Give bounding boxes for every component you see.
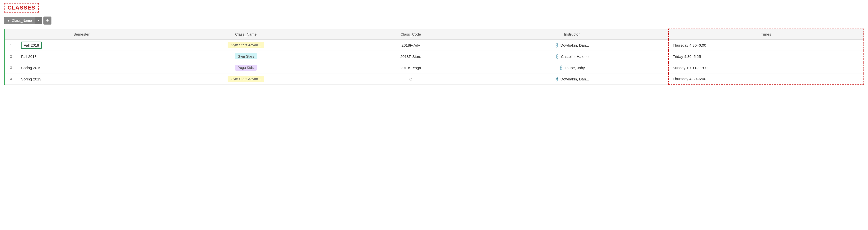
row-num: 4 [4,73,17,85]
class-name-badge: Yoga Kids [235,65,257,71]
filter-icon: ▼ [7,19,10,23]
class-code-cell: 2018F-Stars [346,51,475,62]
header-row: Semester Class_Name Class_Code Instructo… [4,29,864,40]
semester-cell[interactable]: Spring 2019 [17,73,146,85]
col-header-num [4,29,17,40]
filter-chip-label: ▼ Class_Name [4,17,35,24]
table-row[interactable]: 2 Fall 2018 Gym Stars 2018F-Stars 🔗 Cast… [4,51,864,62]
instructor-cell[interactable]: 🔗 Castello, Halette [475,51,668,62]
filter-chip[interactable]: ▼ Class_Name × [4,17,42,24]
times-cell: Thursday 4:30–6:00 [669,73,864,85]
class-name-cell[interactable]: Yoga Kids [146,62,346,73]
col-header-classname: Class_Name [146,29,346,40]
col-header-classcode: Class_Code [346,29,475,40]
semester-value: Fall 2018 [21,42,42,49]
times-cell: Thursday 4:30–6:00 [669,40,864,51]
class-code-cell: 2018F-Adv [346,40,475,51]
link-icon: 🔗 [554,76,560,82]
row-num: 3 [4,62,17,73]
table-row[interactable]: 1 Fall 2018 Gym Stars Advan... 2018F-Adv… [4,40,864,51]
instructor-name: Castello, Halette [561,54,588,59]
semester-value: Fall 2018 [21,54,37,59]
col-header-times: Times [669,29,864,40]
table-body: 1 Fall 2018 Gym Stars Advan... 2018F-Adv… [4,40,864,85]
page-container: CLASSES ▼ Class_Name × + Semester Class_… [0,0,868,230]
classes-table: Semester Class_Name Class_Code Instructo… [4,29,864,85]
col-header-semester: Semester [17,29,146,40]
add-filter-button[interactable]: + [43,16,52,25]
link-icon: 🔗 [554,42,560,48]
filter-bar: ▼ Class_Name × + [4,16,864,25]
table-row[interactable]: 4 Spring 2019 Gym Stars Advan... C 🔗 Dow… [4,73,864,85]
times-cell: Friday 4:30–5:25 [669,51,864,62]
semester-cell[interactable]: Fall 2018 [17,40,146,51]
table-row[interactable]: 3 Spring 2019 Yoga Kids 2019S-Yoga 🔗 Tou… [4,62,864,73]
semester-value: Spring 2019 [21,77,41,81]
instructor-name: Dowbakin, Dan... [560,43,589,47]
class-name-badge: Gym Stars Advan... [227,42,264,48]
link-icon: 🔗 [558,65,564,70]
instructor-name: Toupe, Joby [565,66,585,70]
section-title: CLASSES [4,3,39,12]
instructor-cell[interactable]: 🔗 Toupe, Joby [475,62,668,73]
col-header-instructor: Instructor [475,29,668,40]
filter-chip-text: Class_Name [12,18,32,23]
class-name-badge: Gym Stars [235,53,257,60]
class-name-badge: Gym Stars Advan... [227,76,264,82]
instructor-cell[interactable]: 🔗 Dowbakin, Dan... [475,73,668,85]
link-icon: 🔗 [554,53,560,59]
class-name-cell[interactable]: Gym Stars Advan... [146,40,346,51]
semester-cell[interactable]: Fall 2018 [17,51,146,62]
table-header: Semester Class_Name Class_Code Instructo… [4,29,864,40]
semester-value: Spring 2019 [21,66,41,70]
class-code-cell: C [346,73,475,85]
times-cell: Sunday 10:00–11:00 [669,62,864,73]
row-num: 1 [4,40,17,51]
class-code-cell: 2019S-Yoga [346,62,475,73]
instructor-cell[interactable]: 🔗 Dowbakin, Dan... [475,40,668,51]
filter-chip-close-button[interactable]: × [35,17,42,24]
class-name-cell[interactable]: Gym Stars [146,51,346,62]
row-num: 2 [4,51,17,62]
class-name-cell[interactable]: Gym Stars Advan... [146,73,346,85]
instructor-name: Dowbakin, Dan... [560,77,589,81]
semester-cell[interactable]: Spring 2019 [17,62,146,73]
